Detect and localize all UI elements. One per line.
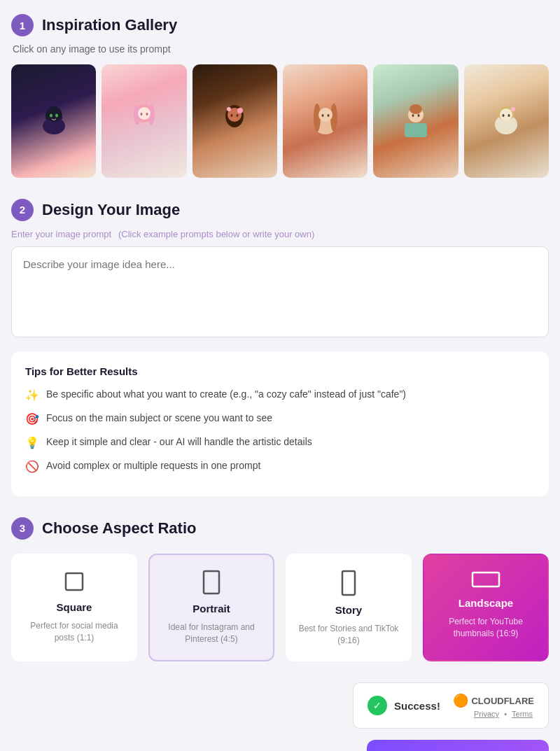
success-check-icon: ✓ [368, 696, 387, 715]
portrait-name: Portrait [192, 603, 230, 615]
tip-emoji-1: ✨ [25, 387, 39, 404]
step-3-header: 3 Choose Aspect Ratio [11, 517, 549, 540]
svg-point-30 [500, 108, 512, 121]
tip-text-3: Keep it simple and clear - our AI will h… [46, 435, 312, 449]
cloudflare-icon: 🟠 [453, 693, 468, 708]
tip-item-3: 💡 Keep it simple and clear - our AI will… [25, 435, 535, 451]
svg-rect-37 [472, 573, 499, 587]
tip-item-2: 🎯 Focus on the main subject or scene you… [25, 411, 535, 428]
step-3-circle: 3 [11, 517, 34, 540]
gallery-item-6[interactable] [464, 64, 549, 178]
gallery-item-4[interactable] [283, 64, 368, 178]
prompt-label: Enter your image prompt (Click example p… [11, 228, 549, 239]
aspect-ratio-grid: Square Perfect for social media posts (1… [11, 554, 549, 662]
svg-rect-34 [66, 573, 83, 590]
tip-emoji-2: 🎯 [25, 411, 39, 428]
aspect-card-portrait[interactable]: Portrait Ideal for Instagram and Pintere… [148, 554, 274, 662]
svg-point-16 [227, 107, 231, 111]
svg-point-31 [503, 114, 505, 117]
success-badge: ✓ Success! 🟠 CLOUDFLARE Privacy • Terms [353, 682, 549, 729]
svg-rect-36 [342, 571, 355, 595]
prompt-hint: (Click example prompts below or write yo… [118, 229, 314, 239]
square-desc: Perfect for social media posts (1:1) [21, 620, 127, 644]
success-text: Success! [394, 700, 446, 712]
tip-item-1: ✨ Be specific about what you want to cre… [25, 387, 535, 404]
tip-text-4: Avoid complex or multiple requests in on… [46, 458, 260, 473]
svg-point-20 [318, 108, 332, 122]
gallery-image-6 [464, 64, 549, 178]
tip-item-4: 🚫 Avoid complex or multiple requests in … [25, 458, 535, 475]
svg-rect-35 [204, 571, 219, 594]
gallery-subtitle: Click on any image to use its prompt [13, 43, 549, 55]
portrait-icon [202, 569, 221, 596]
inspiration-gallery-section: 1 Inspiration Gallery Click on any image… [11, 14, 549, 178]
step-2-title: Design Your Image [42, 201, 180, 219]
step-2-circle: 2 [11, 199, 34, 221]
tips-title: Tips for Better Results [25, 365, 535, 377]
cloudflare-logo: 🟠 CLOUDFLARE [453, 693, 534, 708]
gallery-image-5 [373, 64, 458, 178]
terms-link[interactable]: Terms [512, 710, 533, 718]
landscape-icon [470, 569, 501, 590]
svg-point-26 [417, 114, 419, 117]
portrait-desc: Ideal for Instagram and Pinterest (4:5) [158, 622, 265, 645]
bottom-area: ✓ Success! 🟠 CLOUDFLARE Privacy • Terms … [11, 682, 549, 751]
svg-point-13 [231, 114, 233, 117]
step-3-title: Choose Aspect Ratio [42, 519, 196, 538]
svg-point-15 [237, 108, 243, 113]
aspect-card-landscape[interactable]: Landscape Perfect for YouTube thumbnails… [423, 554, 549, 662]
story-desc: Best for Stories and TikTok (9:16) [295, 623, 402, 647]
gallery-image-1 [11, 64, 96, 178]
svg-point-25 [412, 114, 414, 117]
cloudflare-label: CLOUDFLARE [471, 696, 534, 706]
landscape-desc: Perfect for YouTube thumbnails (16:9) [433, 616, 539, 640]
svg-point-14 [237, 114, 239, 117]
design-image-section: 2 Design Your Image Enter your image pro… [11, 199, 549, 496]
gallery-image-2 [102, 64, 186, 178]
svg-point-33 [511, 107, 515, 111]
gallery-grid [11, 64, 549, 178]
svg-point-4 [55, 113, 58, 117]
svg-point-8 [138, 107, 150, 120]
prompt-textarea[interactable] [11, 246, 549, 337]
cloudflare-links: Privacy • Terms [472, 710, 534, 718]
landscape-name: Landscape [458, 597, 513, 609]
separator: • [504, 710, 507, 718]
step-1-title: Inspiration Gallery [42, 16, 177, 34]
aspect-card-square[interactable]: Square Perfect for social media posts (1… [11, 554, 137, 662]
gallery-image-3 [192, 64, 277, 178]
step-1-header: 1 Inspiration Gallery [11, 14, 549, 36]
gallery-image-4 [283, 64, 368, 178]
gallery-item-2[interactable] [102, 64, 186, 178]
svg-point-3 [50, 113, 52, 117]
tip-emoji-4: 🚫 [25, 458, 39, 475]
square-name: Square [57, 601, 92, 613]
svg-rect-23 [405, 123, 427, 137]
svg-point-27 [410, 104, 422, 114]
tip-text-1: Be specific about what you want to creat… [46, 387, 406, 402]
privacy-link[interactable]: Privacy [474, 710, 499, 718]
tip-emoji-3: 💡 [25, 435, 39, 451]
step-2-header: 2 Design Your Image [11, 199, 549, 221]
story-icon [340, 569, 357, 597]
aspect-card-story[interactable]: Story Best for Stories and TikTok (9:16) [286, 554, 412, 662]
tips-box: Tips for Better Results ✨ Be specific ab… [11, 351, 549, 496]
aspect-ratio-section: 3 Choose Aspect Ratio Square Perfect for… [11, 517, 549, 662]
step-1-circle: 1 [11, 14, 34, 36]
svg-point-10 [146, 113, 148, 115]
svg-point-22 [327, 114, 329, 117]
svg-point-9 [140, 113, 142, 115]
svg-point-32 [508, 114, 510, 117]
gallery-item-1[interactable] [11, 64, 96, 178]
create-image-button[interactable]: ✦ Create Image [367, 740, 549, 751]
square-icon [62, 569, 87, 594]
svg-point-21 [321, 114, 323, 117]
gallery-item-3[interactable] [192, 64, 277, 178]
tip-text-2: Focus on the main subject or scene you w… [46, 411, 272, 426]
gallery-item-5[interactable] [373, 64, 458, 178]
cloudflare-area: 🟠 CLOUDFLARE Privacy • Terms [453, 693, 534, 718]
story-name: Story [335, 604, 362, 616]
